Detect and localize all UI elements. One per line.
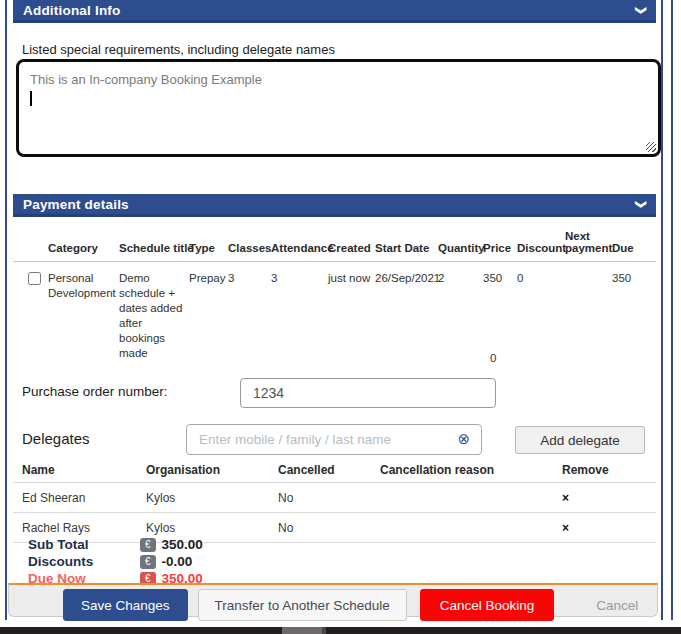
- delegates-table-header-row: Name Organisation Cancelled Cancellation…: [13, 458, 656, 482]
- add-delegate-button[interactable]: Add delegate: [515, 426, 645, 454]
- discounts-value: -0.00: [162, 554, 193, 569]
- column-header: Category: [48, 242, 119, 254]
- delegate-name: Rachel Rays: [22, 521, 146, 535]
- special-requirements-textarea[interactable]: This is an In-company Booking Example: [16, 59, 661, 157]
- cell-type: Prepay: [189, 271, 228, 286]
- column-header: Remove: [562, 463, 652, 477]
- subtotal-label: Sub Total: [28, 537, 140, 552]
- discounts-label: Discounts: [28, 554, 140, 569]
- delegate-cancelled: No: [278, 521, 380, 535]
- payment-details-header[interactable]: Payment details ❯: [13, 194, 656, 217]
- additional-info-title: Additional Info: [23, 3, 120, 18]
- booking-totals: Sub Total € 350.00 Discounts € -0.00 Due…: [13, 536, 413, 587]
- scrollbar-thumb[interactable]: [282, 627, 322, 634]
- column-header: Schedule title: [119, 242, 189, 254]
- column-header: Organisation: [146, 463, 278, 477]
- payment-table-row: Personal Development Demo schedule + dat…: [13, 271, 656, 361]
- cell-price: 350: [483, 271, 517, 286]
- cancel-booking-button[interactable]: Cancel Booking: [420, 589, 555, 621]
- column-header: Name: [22, 463, 146, 477]
- cell-quantity: 2: [438, 271, 483, 286]
- additional-info-header[interactable]: Additional Info ❯: [13, 0, 656, 23]
- clear-search-icon[interactable]: ⊗: [457, 430, 470, 448]
- column-header: Price: [483, 242, 517, 254]
- cancel-button[interactable]: Cancel: [582, 589, 652, 621]
- horizontal-scrollbar[interactable]: [0, 627, 681, 634]
- page-right-border-inner: [661, 0, 663, 620]
- save-changes-button[interactable]: Save Changes: [63, 589, 188, 621]
- payment-table: Category Schedule title Type Classes Att…: [13, 230, 656, 361]
- cell-classes: 3: [228, 271, 271, 286]
- resize-handle-icon[interactable]: [646, 142, 656, 152]
- column-header: Start Date: [375, 242, 438, 254]
- discounts-row: Discounts € -0.00: [13, 553, 413, 570]
- column-header: Attendance: [271, 242, 328, 254]
- delegate-search: ⊗: [186, 424, 482, 455]
- delegate-organisation: Kylos: [146, 521, 278, 535]
- purchase-order-label: Purchase order number:: [22, 384, 168, 399]
- text-cursor: [30, 91, 32, 106]
- cell-start-date: 26/Sep/2021: [375, 271, 438, 286]
- chevron-down-icon[interactable]: ❯: [636, 199, 647, 208]
- discount-total: 0: [490, 352, 496, 364]
- cell-created: just now: [328, 271, 375, 286]
- cell-discount: 0: [517, 271, 565, 286]
- purchase-order-input[interactable]: [240, 378, 496, 408]
- cell-due: 350: [612, 271, 656, 286]
- special-requirements-text: This is an In-company Booking Example: [30, 71, 647, 88]
- payment-table-header-row: Category Schedule title Type Classes Att…: [13, 230, 656, 254]
- column-header: Quantity: [438, 242, 483, 254]
- column-header: Due: [612, 242, 656, 254]
- transfer-schedule-button[interactable]: Transfer to Another Schedule: [198, 589, 407, 621]
- delegate-name: Ed Sheeran: [22, 491, 146, 505]
- delegate-cancelled: No: [278, 491, 380, 505]
- footer-buttons: Save Changes Transfer to Another Schedul…: [63, 589, 652, 621]
- delegates-label: Delegates: [22, 430, 90, 447]
- subtotal-value: 350.00: [162, 537, 203, 552]
- subtotal-row: Sub Total € 350.00: [13, 536, 413, 553]
- currency-badge-icon: €: [140, 538, 156, 552]
- cell-category: Personal Development: [48, 271, 119, 301]
- delegate-search-input[interactable]: [186, 424, 482, 455]
- column-header: Cancelled: [278, 463, 380, 477]
- column-header: Classes: [228, 242, 271, 254]
- column-header: Next payment: [565, 230, 612, 254]
- row-checkbox[interactable]: [28, 272, 41, 285]
- currency-badge-icon: €: [140, 555, 156, 569]
- scrollbar-thumb-edge: [322, 627, 326, 634]
- chevron-down-icon[interactable]: ❯: [636, 5, 647, 14]
- special-requirements-label: Listed special requirements, including d…: [22, 42, 335, 57]
- column-header: Type: [189, 242, 228, 254]
- page-left-border: [5, 0, 7, 620]
- delegates-table: Name Organisation Cancelled Cancellation…: [13, 458, 656, 543]
- booking-form: Additional Info ❯ Listed special require…: [13, 0, 656, 627]
- payment-details-title: Payment details: [23, 197, 129, 212]
- column-header: Created: [328, 242, 375, 254]
- delegate-row: Ed Sheeran Kylos No ×: [13, 483, 656, 512]
- column-header: Discount: [517, 242, 565, 254]
- column-header: Cancellation reason: [380, 463, 562, 477]
- remove-delegate-icon[interactable]: ×: [562, 491, 652, 505]
- page-right-border-outer: [671, 0, 673, 620]
- delegate-organisation: Kylos: [146, 491, 278, 505]
- table-divider: [13, 261, 656, 262]
- remove-delegate-icon[interactable]: ×: [562, 521, 652, 535]
- cell-attendance: 3: [271, 271, 328, 286]
- cell-schedule-title: Demo schedule + dates added after bookin…: [119, 271, 189, 361]
